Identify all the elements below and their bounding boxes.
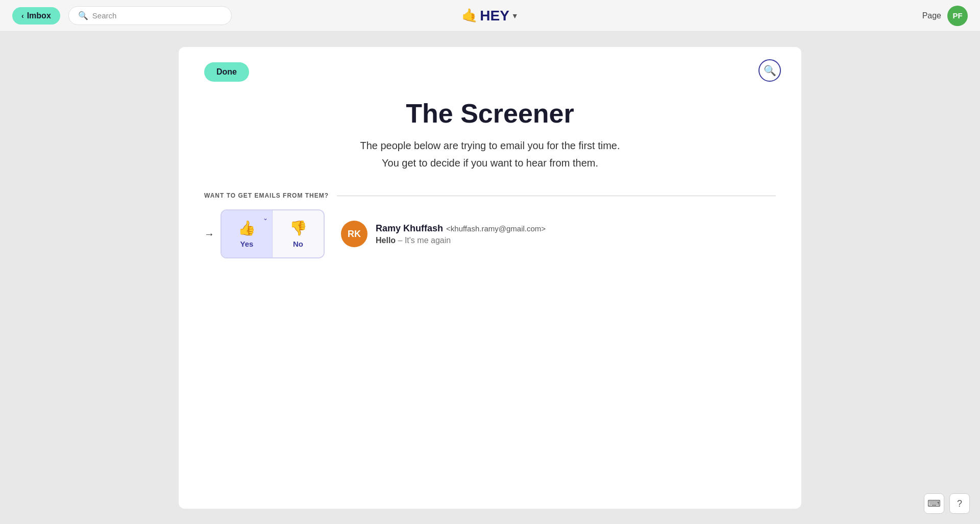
sender-email: <khuffash.ramy@gmail.com> [446, 224, 546, 233]
page-title: The Screener [204, 98, 776, 129]
section-label-text: WANT TO GET EMAILS FROM THEM? [204, 192, 329, 199]
sender-preview: Hello – It's me again [376, 236, 546, 245]
bottom-right-icons: ⌨ ? [924, 493, 970, 514]
search-icon: 🔍 [78, 11, 88, 20]
no-label: No [293, 240, 303, 248]
magnifier-icon: 🔍 [764, 64, 776, 77]
row-arrow-icon: → [204, 228, 214, 240]
thumbs-down-icon: 👎 [289, 220, 307, 236]
email-preview: – It's me again [398, 236, 451, 245]
subtitle-line2: You get to decide if you want to hear fr… [382, 157, 598, 169]
sender-name-line: Ramy Khuffash <khuffash.ramy@gmail.com> [376, 223, 546, 234]
yes-label: Yes [240, 240, 254, 248]
done-button[interactable]: Done [204, 62, 249, 82]
content-panel: Done 🔍 The Screener The people below are… [179, 47, 801, 509]
nav-center: 🤙 HEY ▼ [461, 8, 518, 24]
thumbs-up-icon: 👍 [238, 220, 256, 236]
main-content: Done 🔍 The Screener The people below are… [0, 32, 980, 524]
yes-chevron-icon: ⌄ [263, 215, 268, 222]
back-arrow-icon: ‹ [21, 12, 24, 20]
search-placeholder: Search [92, 11, 117, 20]
sender-name: Ramy Khuffash [376, 223, 443, 234]
sender-avatar: RK [341, 221, 368, 247]
nav-right: Page PF [922, 6, 968, 26]
yes-button[interactable]: ⌄ 👍 Yes [222, 210, 273, 257]
logo-chevron-icon: ▼ [511, 12, 519, 20]
yes-no-buttons: ⌄ 👍 Yes 👎 No [220, 209, 325, 258]
top-nav: ‹ Imbox 🔍 Search 🤙 HEY ▼ Page PF [0, 0, 980, 32]
keyboard-icon: ⌨ [927, 498, 941, 509]
subtitle-line1: The people below are trying to email you… [360, 140, 620, 151]
hey-logo[interactable]: 🤙 HEY ▼ [461, 8, 518, 24]
imbox-label: Imbox [27, 11, 51, 20]
sender-details: Ramy Khuffash <khuffash.ramy@gmail.com> … [376, 223, 546, 245]
section-label: WANT TO GET EMAILS FROM THEM? [204, 192, 776, 199]
avatar[interactable]: PF [947, 6, 968, 26]
keyboard-button[interactable]: ⌨ [924, 493, 944, 514]
page-subtitle: The people below are trying to email you… [204, 137, 776, 172]
no-button[interactable]: 👎 No [273, 210, 324, 257]
hand-wave-icon: 🤙 [461, 8, 478, 23]
help-button[interactable]: ? [949, 493, 970, 514]
imbox-button[interactable]: ‹ Imbox [12, 7, 60, 25]
logo-text: HEY [480, 8, 509, 24]
search-circle-button[interactable]: 🔍 [758, 59, 781, 82]
section-divider [337, 196, 776, 196]
sender-info[interactable]: RK Ramy Khuffash <khuffash.ramy@gmail.co… [341, 221, 546, 247]
page-label: Page [922, 11, 941, 20]
help-icon: ? [957, 498, 962, 509]
nav-left: ‹ Imbox 🔍 Search [12, 6, 232, 25]
email-row: → ⌄ 👍 Yes 👎 No RK Ramy Khuffash <khuf [204, 209, 776, 258]
email-subject: Hello [376, 236, 396, 245]
search-bar[interactable]: 🔍 Search [68, 6, 232, 25]
